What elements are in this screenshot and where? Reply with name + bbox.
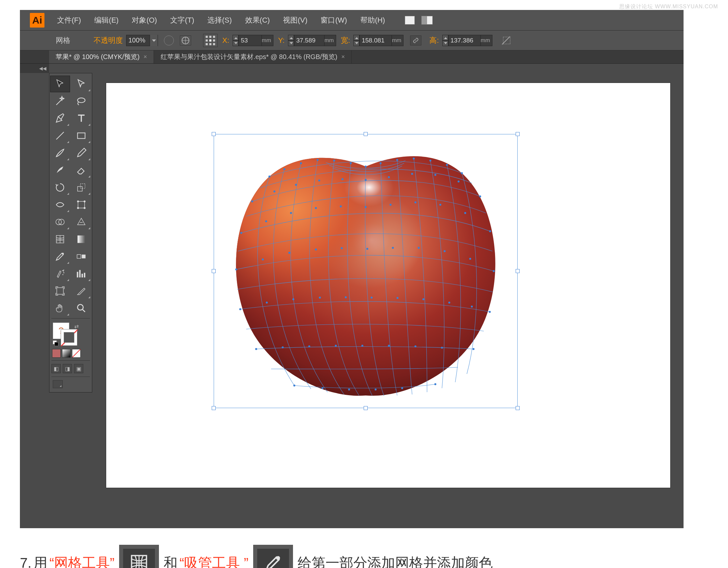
tab-inactive[interactable]: 红苹果与果汁包装设计矢量素材.eps* @ 80.41% (RGB/预览) ×	[154, 50, 352, 63]
x-unit: mm	[262, 35, 273, 46]
draw-inside-icon[interactable]: ▣	[74, 364, 83, 373]
menu-type[interactable]: 文字(T)	[164, 13, 201, 27]
close-icon[interactable]: ×	[341, 53, 345, 60]
pencil-tool[interactable]	[71, 145, 91, 161]
paintbrush-tool[interactable]	[50, 145, 70, 161]
watermark-text: 思缘设计论坛 WWW.MISSYUAN.COM	[619, 3, 718, 10]
eyedropper-icon	[263, 553, 283, 568]
opacity-field[interactable]	[126, 35, 150, 46]
color-mode-icon[interactable]	[52, 349, 61, 358]
perspective-grid-tool[interactable]	[71, 214, 91, 230]
menubar-right-icons	[405, 16, 433, 25]
menu-edit[interactable]: 编辑(E)	[88, 13, 125, 27]
panel-collapse-strip[interactable]: ◀◀	[20, 64, 49, 73]
bridge-icon[interactable]	[405, 16, 415, 25]
zoom-tool[interactable]	[71, 300, 91, 317]
mesh-tool[interactable]	[50, 231, 70, 248]
menu-file[interactable]: 文件(F)	[50, 13, 88, 27]
svg-point-27	[63, 272, 64, 273]
menu-view[interactable]: 视图(V)	[276, 13, 314, 27]
y-unit: mm	[325, 35, 336, 46]
line-tool[interactable]	[50, 127, 70, 144]
selection-bounding-box[interactable]	[214, 134, 518, 408]
blend-tool[interactable]	[71, 248, 91, 265]
free-transform-tool[interactable]	[71, 196, 91, 213]
bbox-handle[interactable]	[212, 406, 216, 410]
artboard	[106, 83, 670, 488]
draw-normal-icon[interactable]: ◧	[51, 364, 61, 373]
eyedropper-tool-chip	[253, 545, 293, 568]
style-quick-icon[interactable]	[164, 35, 174, 45]
magic-wand-tool[interactable]	[50, 93, 70, 109]
app-logo: Ai	[30, 13, 44, 28]
screen-mode-icon[interactable]	[53, 380, 63, 388]
step-number: 7.	[20, 552, 32, 568]
close-icon[interactable]: ×	[144, 53, 147, 60]
w-field[interactable]	[359, 35, 392, 46]
none-mode-icon[interactable]	[72, 349, 81, 358]
x-spinner[interactable]	[233, 35, 239, 46]
opacity-dropdown-icon[interactable]	[150, 35, 158, 46]
h-label: 高:	[429, 35, 439, 45]
y-label: Y:	[278, 36, 285, 45]
rectangle-tool[interactable]	[71, 127, 91, 144]
bbox-handle[interactable]	[516, 269, 520, 273]
h-field[interactable]	[448, 35, 481, 46]
hand-tool[interactable]	[50, 300, 70, 317]
opacity-input[interactable]	[126, 35, 158, 46]
symbol-sprayer-tool[interactable]	[50, 265, 70, 282]
lasso-tool[interactable]	[71, 93, 91, 109]
tab-active[interactable]: 苹果* @ 100% (CMYK/预览) ×	[49, 50, 154, 63]
bbox-handle[interactable]	[212, 269, 216, 273]
svg-point-23	[62, 253, 64, 255]
reference-point-picker[interactable]	[203, 34, 218, 47]
eyedropper-tool[interactable]	[50, 248, 70, 265]
menu-object[interactable]: 对象(O)	[125, 13, 164, 27]
menu-select[interactable]: 选择(S)	[201, 13, 238, 27]
mesh-apple-object[interactable]	[216, 137, 515, 405]
rotate-tool[interactable]	[50, 179, 70, 196]
y-spinner[interactable]	[288, 35, 294, 46]
bbox-handle[interactable]	[212, 132, 216, 136]
isolate-mode-icon[interactable]	[502, 35, 512, 45]
width-tool[interactable]	[50, 196, 70, 213]
draw-behind-icon[interactable]: ◨	[63, 364, 72, 373]
svg-rect-22	[78, 236, 85, 243]
x-field-wrap: mm	[233, 35, 273, 46]
recolor-icon[interactable]	[180, 35, 191, 45]
fill-stroke-swatch[interactable]: ? ⇄	[49, 320, 92, 359]
menu-window[interactable]: 窗口(W)	[314, 13, 353, 27]
menu-help[interactable]: 帮助(H)	[354, 13, 392, 27]
bbox-handle[interactable]	[516, 132, 520, 136]
tab-active-label: 苹果* @ 100% (CMYK/预览)	[56, 52, 140, 61]
bbox-handle[interactable]	[364, 406, 368, 410]
default-fill-stroke-icon[interactable]	[53, 340, 59, 347]
gradient-mode-icon[interactable]	[62, 349, 71, 358]
y-field[interactable]	[294, 35, 325, 46]
swap-fill-stroke-icon[interactable]: ⇄	[74, 323, 79, 329]
canvas-area[interactable]	[100, 73, 684, 528]
slice-tool[interactable]	[71, 283, 91, 299]
pen-tool[interactable]	[50, 110, 70, 127]
arrange-docs-icon[interactable]	[421, 16, 433, 25]
artboard-tool[interactable]	[50, 283, 70, 299]
stroke-swatch[interactable]	[61, 329, 77, 346]
type-tool[interactable]	[71, 110, 91, 127]
column-graph-tool[interactable]	[71, 265, 91, 282]
h-spinner[interactable]	[442, 35, 448, 46]
bbox-handle[interactable]	[364, 132, 368, 136]
blob-brush-tool[interactable]	[50, 162, 70, 178]
selection-tool[interactable]	[50, 76, 70, 92]
gradient-tool[interactable]	[71, 231, 91, 248]
shape-builder-tool[interactable]	[50, 214, 70, 230]
direct-selection-tool[interactable]	[71, 76, 91, 92]
mesh-tool-chip	[119, 545, 159, 568]
eraser-tool[interactable]	[71, 162, 91, 178]
svg-rect-11	[78, 133, 85, 139]
w-spinner[interactable]	[353, 35, 359, 46]
scale-tool[interactable]	[71, 179, 91, 196]
bbox-handle[interactable]	[516, 406, 520, 410]
constrain-link-icon[interactable]	[410, 35, 421, 45]
x-field[interactable]	[239, 35, 262, 46]
menu-effect[interactable]: 效果(C)	[239, 13, 277, 27]
